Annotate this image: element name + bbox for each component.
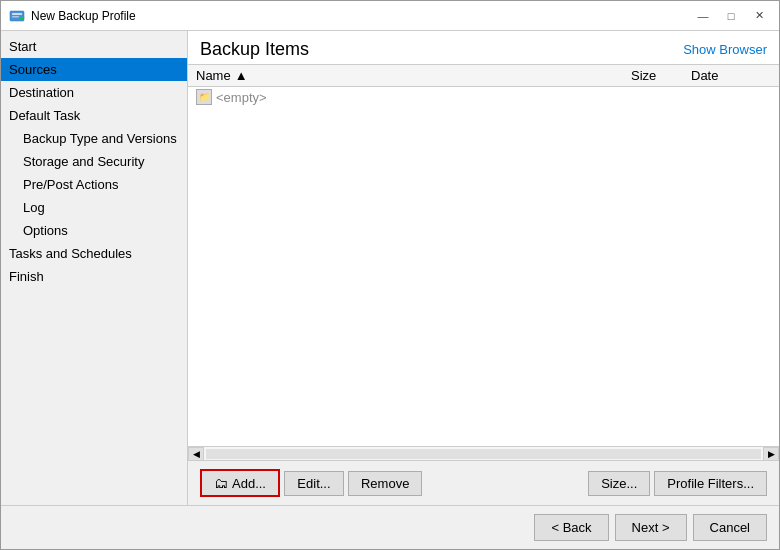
sidebar-item-tasks-schedules[interactable]: Tasks and Schedules [1,242,187,265]
empty-label: <empty> [216,90,267,105]
column-name: Name ▲ [196,68,631,83]
titlebar: New Backup Profile — □ ✕ [1,1,779,31]
sidebar-item-finish[interactable]: Finish [1,265,187,288]
sort-asc-icon: ▲ [235,68,248,83]
close-button[interactable]: ✕ [747,6,771,26]
footer-bar: < Back Next > Cancel [1,505,779,549]
sidebar-item-log[interactable]: Log [1,196,187,219]
svg-rect-2 [12,16,19,18]
main-content: Start Sources Destination Default Task B… [1,31,779,505]
window-controls: — □ ✕ [691,6,771,26]
scroll-right-button[interactable]: ▶ [763,447,779,461]
row-name: 📁 <empty> [196,89,631,105]
scroll-left-button[interactable]: ◀ [188,447,204,461]
next-button[interactable]: Next > [615,514,687,541]
backup-items-table: Name ▲ Size Date 📁 <empty> [188,64,779,460]
scrollbar-track[interactable] [206,449,761,459]
maximize-button[interactable]: □ [719,6,743,26]
content-panel: Backup Items Show Browser Name ▲ Size Da… [188,31,779,505]
table-row: 📁 <empty> [188,87,779,107]
profile-filters-button[interactable]: Profile Filters... [654,471,767,496]
sidebar-item-options[interactable]: Options [1,219,187,242]
table-header: Name ▲ Size Date [188,65,779,87]
app-icon [9,8,25,24]
main-window: New Backup Profile — □ ✕ Start Sources D… [0,0,780,550]
column-size: Size [631,68,691,83]
horizontal-scrollbar[interactable]: ◀ ▶ [188,446,779,460]
svg-rect-1 [12,13,22,15]
sidebar-item-start[interactable]: Start [1,35,187,58]
column-date: Date [691,68,771,83]
content-header: Backup Items Show Browser [188,31,779,64]
sidebar-item-pre-post[interactable]: Pre/Post Actions [1,173,187,196]
sidebar-item-backup-type[interactable]: Backup Type and Versions [1,127,187,150]
table-body: 📁 <empty> [188,87,779,446]
size-button[interactable]: Size... [588,471,650,496]
folder-icon: 📁 [196,89,212,105]
sidebar-item-default-task[interactable]: Default Task [1,104,187,127]
window-title: New Backup Profile [31,9,691,23]
item-toolbar: 🗂 Add... Edit... Remove Size... Profile … [188,460,779,505]
page-title: Backup Items [200,39,309,60]
sidebar-item-sources[interactable]: Sources [1,58,187,81]
sidebar-item-destination[interactable]: Destination [1,81,187,104]
back-button[interactable]: < Back [534,514,608,541]
show-browser-link[interactable]: Show Browser [683,42,767,57]
cancel-button[interactable]: Cancel [693,514,767,541]
edit-button[interactable]: Edit... [284,471,344,496]
remove-button[interactable]: Remove [348,471,422,496]
minimize-button[interactable]: — [691,6,715,26]
sidebar-item-storage-security[interactable]: Storage and Security [1,150,187,173]
add-button[interactable]: 🗂 Add... [200,469,280,497]
add-icon: 🗂 [214,475,228,491]
sidebar: Start Sources Destination Default Task B… [1,31,188,505]
